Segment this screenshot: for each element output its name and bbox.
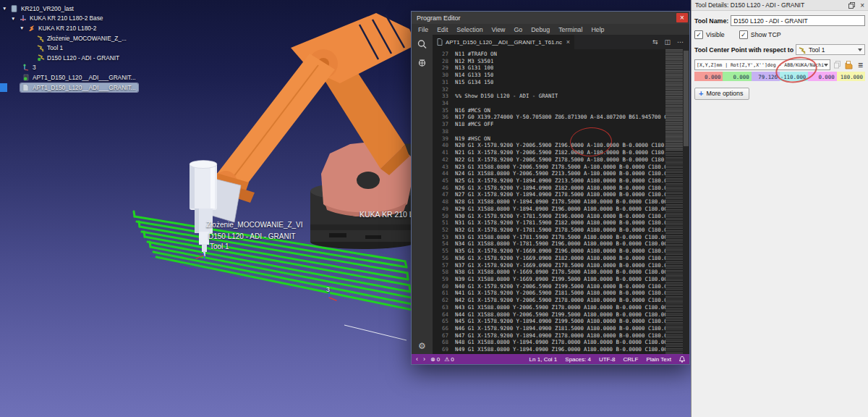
tree-item[interactable]: Tool 1 <box>0 43 141 53</box>
debug-icon[interactable] <box>417 57 427 68</box>
sync-icon[interactable]: ⇆ <box>652 38 658 46</box>
show-tcp-label: Show TCP <box>751 31 781 38</box>
tool-icon <box>799 46 807 54</box>
scrollbar-thumb[interactable] <box>684 51 689 146</box>
tree-item[interactable]: ▼KR210_VR200_last <box>0 4 141 14</box>
tcp-value-cell[interactable]: 180.000 <box>837 72 865 81</box>
tree-item[interactable]: 3 <box>0 63 141 73</box>
focus-next-icon[interactable]: › <box>423 355 425 363</box>
code-line: 29N13 G131 100 <box>433 64 665 72</box>
tab-filename: APT1_D150_L120__ADI__GRANIT_1_T61.nc <box>446 39 562 46</box>
tree-item[interactable]: APT1_D150_L120__ADI___GRANIT... <box>0 72 141 83</box>
problems-indicator[interactable]: ⊗ 0 ⚠ 0 <box>430 356 454 363</box>
axis-icon <box>20 14 27 22</box>
status-item[interactable]: Plain Text <box>646 356 671 363</box>
expander-icon[interactable]: ▼ <box>20 25 26 30</box>
tree-item[interactable]: ▼KUKA KR 210 L180-2 <box>0 23 141 33</box>
tab-close-icon[interactable]: × <box>566 38 570 46</box>
minimap[interactable] <box>665 49 683 354</box>
tree-item-label: APT1_D150_L120__ADI___GRANIT... <box>33 84 136 91</box>
tcp-value-cell[interactable]: 0.000 <box>723 72 751 81</box>
menu-view[interactable]: View <box>488 26 510 33</box>
tcp-values-row: 0.0000.00079.126-110.0000.000180.000 <box>694 72 865 81</box>
tree-item-label: KUKA KR 210 L180-2 Base <box>30 14 103 22</box>
code-line: 41N21 G1 X-1578.9200 Y-2006.5900 Z182.00… <box>433 149 665 156</box>
menu-help[interactable]: Help <box>587 26 608 33</box>
expander-icon[interactable]: ▼ <box>11 16 17 21</box>
coordinate-format-dropdown[interactable]: [X,Y,Z]mm | Rot[Z,Y',X'']deg - ABB/KUKA/… <box>694 59 830 70</box>
settings-gear-icon[interactable]: ⚙ <box>418 342 426 350</box>
code-line: 65N45 G1 X-1578.9200 Y-1894.0900 Z199.50… <box>433 318 665 325</box>
editor-scrollbar[interactable] <box>683 49 689 354</box>
part-doc-icon <box>11 5 19 12</box>
more-options-label: More options <box>706 90 743 97</box>
tcp-value-cell[interactable]: 79.126 <box>752 72 780 81</box>
editor-tabbar: APT1_D150_L120__ADI__GRANIT_1_T61.nc × ⇆… <box>433 35 689 49</box>
menu-file[interactable]: File <box>414 26 433 33</box>
visible-label: Visible <box>706 31 725 38</box>
bell-icon[interactable] <box>679 356 685 363</box>
show-tcp-checkbox[interactable]: ✓ Show TCP <box>739 30 781 39</box>
code-line: 32 <box>433 86 665 93</box>
tool-icon <box>37 44 45 51</box>
tree-item-label: APT1_D150_L120__ADI___GRANIT... <box>33 74 136 81</box>
doc-icon <box>22 84 30 91</box>
errors-count: 0 <box>437 356 440 363</box>
float-panel-icon[interactable] <box>848 2 855 9</box>
chevron-down-icon <box>824 64 828 67</box>
expander-icon[interactable]: ▼ <box>2 6 9 11</box>
focus-prev-icon[interactable]: ‹ <box>416 355 418 363</box>
code-line: 51N31 G1 X-1578.9200 Y-1781.5900 Z182.00… <box>433 219 665 227</box>
code-line: 37N18 #MCS OFF <box>433 121 665 128</box>
tcp-value-cell[interactable]: 0.000 <box>808 72 836 81</box>
tool-details-panel: Tool Details: D150 L120 - ADI - GRANIT ×… <box>691 0 868 417</box>
panel-close-icon[interactable]: × <box>860 1 864 9</box>
copy-values-icon[interactable] <box>833 60 842 70</box>
apt-icon <box>22 74 30 81</box>
more-actions-icon[interactable]: ⋯ <box>677 38 684 46</box>
viewport-label-robot: KUKA KR 210 L1 <box>359 210 418 219</box>
tree-item[interactable]: APT1_D150_L120__ADI___GRANIT... <box>0 83 141 93</box>
model-tree: ▼KR210_VR200_last▼KUKA KR 210 L180-2 Bas… <box>0 4 141 92</box>
menu-terminal[interactable]: Terminal <box>554 26 587 33</box>
code-line: 38 <box>433 128 665 135</box>
status-item[interactable]: UTF-8 <box>599 356 616 363</box>
visible-checkbox[interactable]: ✓ Visible <box>694 30 725 39</box>
paste-values-icon[interactable] <box>844 60 854 70</box>
menu-debug[interactable]: Debug <box>527 26 554 33</box>
tcp-value-cell[interactable]: -110.000 <box>780 72 808 81</box>
tool-name-input[interactable] <box>731 15 865 26</box>
search-icon[interactable] <box>417 39 427 50</box>
values-menu-icon[interactable]: ≡ <box>856 60 865 70</box>
menu-go[interactable]: Go <box>509 26 527 33</box>
tcp-respect-label: Tool Center Point with respect to <box>694 46 793 54</box>
code-line: 64N44 G1 X1588.0800 Y-2006.5900 Z199.500… <box>433 311 665 319</box>
code-line: 55N35 G1 X-1578.9200 Y-1669.0900 Z196.00… <box>433 248 665 255</box>
menu-selection[interactable]: Selection <box>452 26 487 33</box>
warnings-count: 0 <box>451 356 454 363</box>
code-line: 52N32 G1 X-1578.9200 Y-1781.5900 Z178.50… <box>433 227 665 234</box>
activity-bar: ⚙ <box>412 35 433 354</box>
status-item[interactable]: Spaces: 4 <box>565 356 591 363</box>
status-item[interactable]: CRLF <box>624 356 639 363</box>
tree-item-label: Złożenie_MOCOWANIE_Z_... <box>47 35 127 42</box>
panel-titlebar[interactable]: Tool Details: D150 L120 - ADI - GRANIT × <box>692 0 868 11</box>
code-line: 67N47 G1 X-1578.9200 Y-1894.0900 Z178.00… <box>433 332 665 340</box>
tcp-reference-dropdown[interactable]: Tool 1 <box>796 44 865 55</box>
tree-item-label: KUKA KR 210 L180-2 <box>38 25 96 32</box>
checkmark-icon: ✓ <box>739 30 748 39</box>
status-item[interactable]: Ln 1, Col 1 <box>529 356 558 363</box>
minimap-viewport <box>665 49 683 151</box>
editor-titlebar[interactable]: Program Editor × <box>412 12 689 24</box>
tcp-value-cell[interactable]: 0.000 <box>694 72 723 81</box>
menu-edit[interactable]: Edit <box>433 26 452 33</box>
code-editor[interactable]: 27N11 #TRAFO ON28N12 M3 S350129N13 G131 … <box>433 49 665 354</box>
tree-item[interactable]: Złożenie_MOCOWANIE_Z_... <box>0 33 141 43</box>
file-tab[interactable]: APT1_D150_L120__ADI__GRANIT_1_T61.nc × <box>433 35 574 49</box>
editor-close-button[interactable]: × <box>676 13 688 22</box>
tree-item[interactable]: D150 L120 - ADI - GRANIT <box>0 53 141 63</box>
tree-item[interactable]: ▼KUKA KR 210 L180-2 Base <box>0 14 141 24</box>
split-editor-icon[interactable]: ◫ <box>664 38 671 46</box>
more-options-button[interactable]: + More options <box>694 88 749 100</box>
coordinate-format-value: [X,Y,Z]mm | Rot[Z,Y',X'']deg - ABB/KUKA/… <box>697 62 824 68</box>
